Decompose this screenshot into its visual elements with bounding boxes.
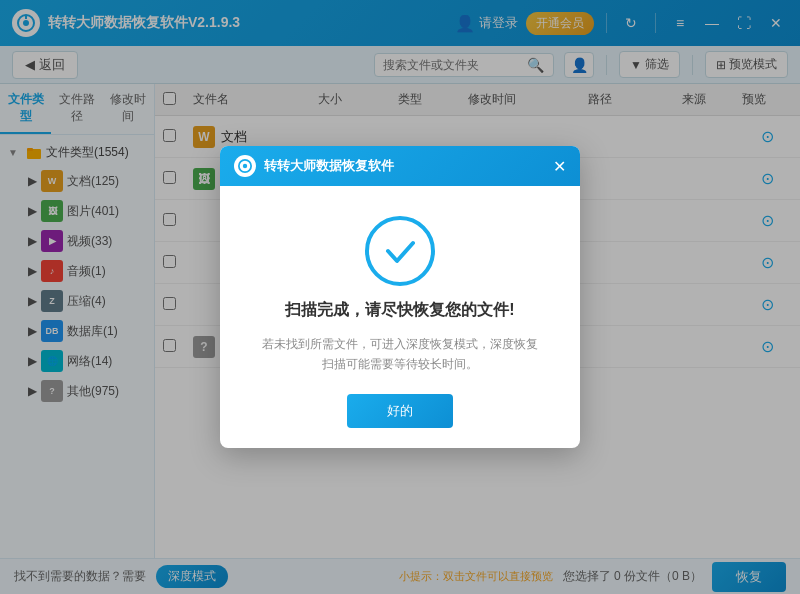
svg-point-6 <box>243 164 247 168</box>
check-circle-icon <box>365 216 435 286</box>
dialog-header: 转转大师数据恢复软件 ✕ <box>220 146 580 186</box>
dialog-sub-text: 若未找到所需文件，可进入深度恢复模式，深度恢复扫描可能需要等待较长时间。 <box>262 335 538 373</box>
dialog-overlay: 转转大师数据恢复软件 ✕ 扫描完成，请尽快恢复您的文件! 若未找到所需文件，可进… <box>0 0 800 594</box>
dialog-main-text: 扫描完成，请尽快恢复您的文件! <box>285 300 514 321</box>
dialog-body: 扫描完成，请尽快恢复您的文件! 若未找到所需文件，可进入深度恢复模式，深度恢复扫… <box>220 186 580 447</box>
dialog-title: 转转大师数据恢复软件 <box>264 157 545 175</box>
dialog-logo <box>234 155 256 177</box>
dialog: 转转大师数据恢复软件 ✕ 扫描完成，请尽快恢复您的文件! 若未找到所需文件，可进… <box>220 146 580 447</box>
dialog-ok-button[interactable]: 好的 <box>347 394 453 428</box>
dialog-close-button[interactable]: ✕ <box>553 157 566 176</box>
